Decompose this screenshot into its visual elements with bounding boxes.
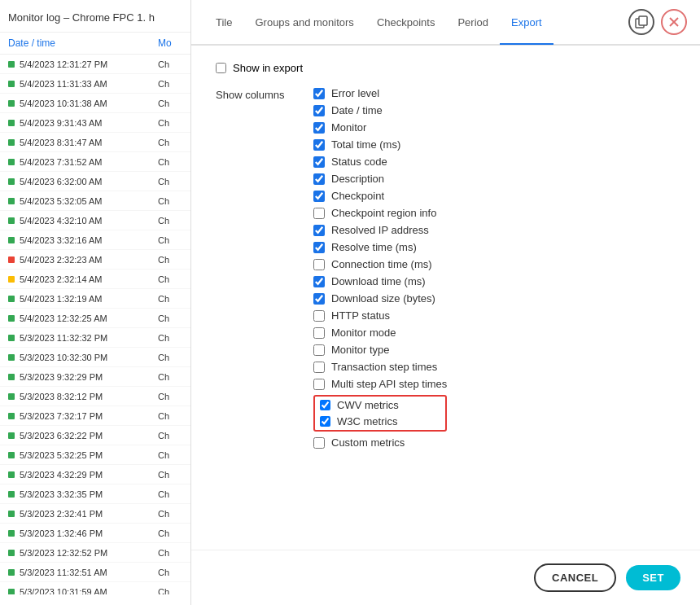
status-dot xyxy=(8,256,15,263)
col-checkbox-http-status[interactable] xyxy=(313,310,325,322)
row-monitor: Ch xyxy=(158,411,182,421)
table-row[interactable]: 5/3/2023 10:32:30 PMCh xyxy=(0,348,190,367)
col-label[interactable]: Monitor mode xyxy=(331,327,396,339)
checkbox-row: Total time (ms) xyxy=(313,138,447,151)
show-in-export-checkbox[interactable] xyxy=(216,63,226,73)
table-row[interactable]: 5/4/2023 10:31:38 AMCh xyxy=(0,94,190,113)
col-label[interactable]: Resolved IP address xyxy=(331,224,429,236)
row-date: 5/4/2023 12:32:25 AM xyxy=(20,313,158,323)
col-label[interactable]: CWV metrics xyxy=(337,399,399,411)
tab-tile[interactable]: Tile xyxy=(204,1,243,45)
table-row[interactable]: 5/3/2023 6:32:22 PMCh xyxy=(0,426,190,445)
col-label[interactable]: Status code xyxy=(331,156,387,168)
col-checkbox-w3c-metrics[interactable] xyxy=(320,416,330,427)
table-row[interactable]: 5/3/2023 11:32:32 PMCh xyxy=(0,328,190,348)
col-checkbox-description[interactable] xyxy=(313,173,325,185)
col-label[interactable]: Transaction step times xyxy=(331,361,437,373)
col-label[interactable]: Download time (ms) xyxy=(331,275,426,287)
row-monitor: Ch xyxy=(158,313,182,323)
tab-groups-and-monitors[interactable]: Groups and monitors xyxy=(243,1,365,45)
row-monitor: Ch xyxy=(158,470,182,480)
table-row[interactable]: 5/3/2023 11:32:51 AMCh xyxy=(0,563,190,582)
set-button[interactable]: SET xyxy=(626,565,680,590)
table-row[interactable]: 5/4/2023 12:31:27 PMCh xyxy=(0,55,190,74)
col-checkbox-connection-time-(ms)[interactable] xyxy=(313,259,325,270)
table-row[interactable]: 5/3/2023 12:32:52 PMCh xyxy=(0,543,190,563)
close-button[interactable] xyxy=(661,9,687,35)
status-dot xyxy=(8,432,15,439)
col-checkbox-monitor-type[interactable] xyxy=(313,344,325,356)
col-label[interactable]: W3C metrics xyxy=(337,415,397,427)
col-label[interactable]: Resolve time (ms) xyxy=(331,241,417,253)
col-checkbox-multi-step-api-step-times[interactable] xyxy=(313,379,325,390)
show-in-export-label[interactable]: Show in export xyxy=(233,62,303,74)
col-checkbox-error-level[interactable] xyxy=(313,88,325,99)
duplicate-button[interactable] xyxy=(628,9,654,35)
row-monitor: Ch xyxy=(158,587,182,595)
col-label[interactable]: Multi step API step times xyxy=(331,378,447,390)
table-row[interactable]: 5/4/2023 3:32:16 AMCh xyxy=(0,230,190,250)
tab-period[interactable]: Period xyxy=(446,1,500,45)
col-label[interactable]: Total time (ms) xyxy=(331,138,400,151)
table-row[interactable]: 5/4/2023 8:31:47 AMCh xyxy=(0,133,190,152)
table-row[interactable]: 5/4/2023 12:32:25 AMCh xyxy=(0,309,190,328)
col-label[interactable]: Checkpoint region info xyxy=(331,207,436,219)
col-checkbox-download-time-(ms)[interactable] xyxy=(313,276,325,287)
table-row[interactable]: 5/4/2023 7:31:52 AMCh xyxy=(0,152,190,172)
table-row[interactable]: 5/3/2023 1:32:46 PMCh xyxy=(0,524,190,543)
table-row[interactable]: 5/3/2023 3:32:35 PMCh xyxy=(0,484,190,504)
table-row[interactable]: 5/3/2023 4:32:29 PMCh xyxy=(0,465,190,484)
table-row[interactable]: 5/4/2023 9:31:43 AMCh xyxy=(0,113,190,133)
table-row[interactable]: 5/4/2023 1:32:19 AMCh xyxy=(0,289,190,309)
checkbox-row: CWV metrics xyxy=(320,399,440,411)
svg-rect-1 xyxy=(639,16,647,25)
row-monitor: Ch xyxy=(158,294,182,304)
table-row[interactable]: 5/4/2023 5:32:05 AMCh xyxy=(0,191,190,211)
col-label[interactable]: Download size (bytes) xyxy=(331,292,435,305)
table-row[interactable]: 5/3/2023 10:31:59 AMCh xyxy=(0,582,190,594)
table-row[interactable]: 5/3/2023 7:32:17 PMCh xyxy=(0,406,190,426)
col-label[interactable]: Monitor xyxy=(331,121,366,134)
col-label[interactable]: Checkpoint xyxy=(331,190,384,202)
col-checkbox-monitor[interactable] xyxy=(313,122,325,134)
col-checkbox-monitor-mode[interactable] xyxy=(313,327,325,339)
col-label[interactable]: Custom metrics xyxy=(331,436,405,449)
col-label[interactable]: Error level xyxy=(331,87,379,99)
table-row[interactable]: 5/3/2023 8:32:12 PMCh xyxy=(0,387,190,406)
col-checkbox-transaction-step-times[interactable] xyxy=(313,362,325,373)
table-row[interactable]: 5/4/2023 11:31:33 AMCh xyxy=(0,74,190,94)
checkbox-row: Monitor mode xyxy=(313,327,447,339)
columns-list: Error levelDate / timeMonitorTotal time … xyxy=(313,87,447,449)
row-monitor: Ch xyxy=(158,118,182,128)
col-checkbox-resolve-time-(ms)[interactable] xyxy=(313,242,325,253)
col-date-header: Date / time xyxy=(8,37,158,49)
col-label[interactable]: Connection time (ms) xyxy=(331,258,432,270)
row-monitor: Ch xyxy=(158,177,182,186)
col-label[interactable]: HTTP status xyxy=(331,309,390,322)
table-row[interactable]: 5/4/2023 4:32:10 AMCh xyxy=(0,211,190,230)
col-checkbox-download-size-(bytes)[interactable] xyxy=(313,293,325,305)
table-row[interactable]: 5/3/2023 5:32:25 PMCh xyxy=(0,445,190,465)
tab-checkpoints[interactable]: Checkpoints xyxy=(365,1,447,45)
monitor-log-panel: Monitor log – Chrome FPC 1. h Date / tim… xyxy=(0,0,191,605)
col-checkbox-cwv-metrics[interactable] xyxy=(320,400,330,410)
col-checkbox-custom-metrics[interactable] xyxy=(313,437,325,449)
col-checkbox-date-/-time[interactable] xyxy=(313,105,325,116)
col-checkbox-resolved-ip-address[interactable] xyxy=(313,225,325,236)
col-label[interactable]: Monitor type xyxy=(331,344,390,356)
table-row[interactable]: 5/4/2023 2:32:23 AMCh xyxy=(0,250,190,270)
col-checkbox-checkpoint[interactable] xyxy=(313,191,325,202)
col-label[interactable]: Description xyxy=(331,173,384,185)
checkbox-row: Monitor type xyxy=(313,344,447,356)
tab-export[interactable]: Export xyxy=(500,1,553,45)
table-row[interactable]: 5/4/2023 6:32:00 AMCh xyxy=(0,172,190,191)
col-label[interactable]: Date / time xyxy=(331,104,383,116)
col-checkbox-checkpoint-region-info[interactable] xyxy=(313,208,325,219)
col-checkbox-status-code[interactable] xyxy=(313,156,325,168)
col-checkbox-total-time-(ms)[interactable] xyxy=(313,139,325,151)
table-row[interactable]: 5/3/2023 2:32:41 PMCh xyxy=(0,504,190,524)
cancel-button[interactable]: CANCEL xyxy=(534,563,616,592)
row-monitor: Ch xyxy=(158,353,182,362)
table-row[interactable]: 5/3/2023 9:32:29 PMCh xyxy=(0,367,190,387)
table-row[interactable]: 5/4/2023 2:32:14 AMCh xyxy=(0,270,190,289)
